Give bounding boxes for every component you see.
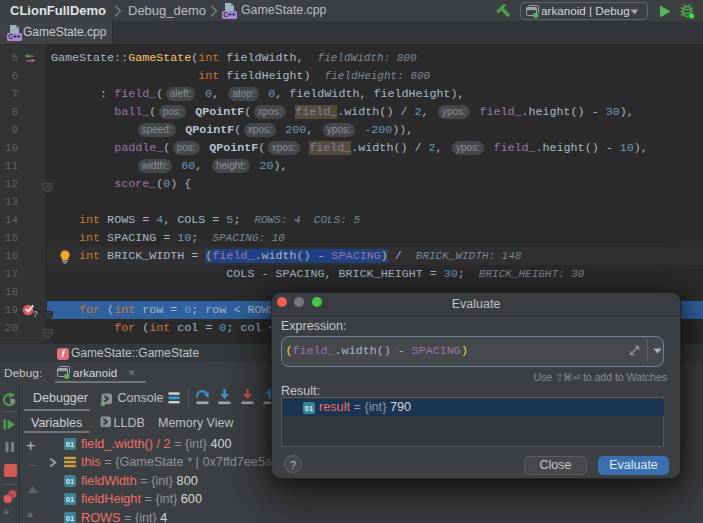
svg-text:01: 01 <box>66 495 74 504</box>
svg-text:C++: C++ <box>8 33 20 40</box>
svg-text:?: ? <box>33 309 38 319</box>
svg-text:01: 01 <box>66 440 74 449</box>
svg-text:01: 01 <box>66 514 74 523</box>
svg-text:01: 01 <box>305 404 313 413</box>
svg-text:C++: C++ <box>223 11 235 18</box>
svg-text:01: 01 <box>66 477 74 486</box>
